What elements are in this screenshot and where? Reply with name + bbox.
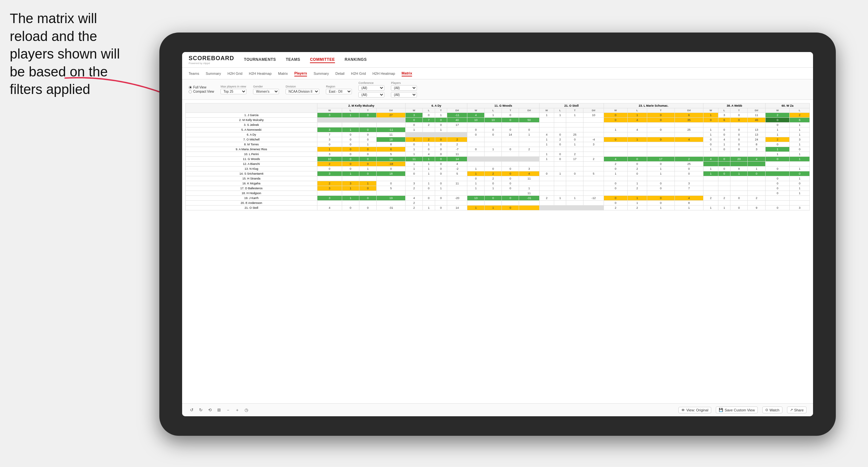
tablet-device: SCOREBOARD Powered by clippd TOURNAMENTS… — [159, 33, 836, 436]
nav-rankings[interactable]: RANKINGS — [345, 57, 367, 63]
conference-select2[interactable]: (All) — [359, 92, 384, 98]
table-row: 8. M Torres 0 0 1 8 0 1 0 2 1 — [186, 142, 810, 147]
table-row: 7. O Mitchell 3 0 0 18 2 2 0 2 1 — [186, 137, 810, 142]
subnav-h2h-grid[interactable]: H2H Grid — [227, 71, 242, 76]
table-row: 5. A Nomrowski 3 1 0 -11 1 1 0 0 0 0 — [186, 127, 810, 132]
subnav-summary[interactable]: Summary — [206, 71, 221, 76]
subnav-detail[interactable]: Detail — [335, 71, 344, 76]
gender-filter: Gender Women's Men's — [253, 85, 279, 94]
subnav-h2h-heatmap[interactable]: H2H Heatmap — [249, 71, 272, 76]
logo-subtitle: Powered by clippd — [189, 62, 234, 65]
conference-label: Conference — [359, 81, 384, 85]
eye-icon: 👁 — [681, 408, 685, 412]
division-filter: Division NCAA Division II NCAA Division … — [285, 85, 319, 94]
compact-view-option[interactable]: Compact View — [189, 90, 214, 93]
share-button[interactable]: ↗ Share — [787, 406, 807, 413]
row-header-empty — [186, 103, 317, 113]
table-row: 1. J Garcia 3 1 0 27 3 0 1 -11 4 1 0 1 — [186, 113, 810, 118]
clock-icon[interactable]: ◷ — [243, 407, 249, 413]
division-label: Division — [285, 85, 319, 88]
compact-view-radio[interactable] — [189, 90, 192, 93]
table-row: 11. G Woods 10 0 0 14 11 1 0 14 1 — [186, 157, 810, 162]
table-row: 16. K Mcgaha 2 3 1 0 3 1 0 11 1 0 0 — [186, 181, 810, 186]
subnav-h2h-grid2[interactable]: H2H Grid — [351, 71, 366, 76]
table-row: 9. A Maria Jimenez Rios 1 0 0 6 1 0 0 -7… — [186, 147, 810, 152]
zoom-minus-icon[interactable]: － — [225, 407, 231, 413]
table-row: 17. D Ballesteros 3 1 0 5 2 0 1 1 1 0 1 — [186, 186, 810, 191]
view-options: Full View Compact View — [189, 86, 214, 93]
col-header-woods: 11. G Woods — [467, 103, 539, 108]
region-label: Region — [326, 85, 352, 88]
save-icon: 💾 — [719, 408, 723, 412]
max-players-select[interactable]: Top 25 Top 50 — [220, 89, 247, 94]
subnav-summary2[interactable]: Summary — [313, 71, 329, 76]
redo-icon[interactable]: ↻ — [198, 407, 204, 413]
watch-button[interactable]: ⊙ Watch — [762, 406, 782, 413]
region-filter: Region East - DII (All) — [326, 85, 352, 94]
subnav-matrix[interactable]: Matrix — [278, 71, 288, 76]
table-row: 6. A Dy 7 0 0 11 0 0 14 1 4 — [186, 132, 810, 137]
table-row: 12. A Bianchi 2 0 0 -18 1 1 0 4 — [186, 162, 810, 166]
table-row: 13. N Klug 0 0 1 0 1 1 0 -2 1 0 0 3 — [186, 166, 810, 172]
col-header-ady: 6. A Dy — [406, 103, 467, 108]
logo-title: SCOREBOARD — [189, 55, 234, 62]
share-label: Share — [794, 408, 804, 412]
reset-icon[interactable]: ⟲ — [207, 407, 213, 413]
matrix-area[interactable]: 2. M Kelly Mulcahy 6. A Dy 11. G Woods 2… — [182, 100, 813, 403]
watch-label: Watch — [770, 408, 779, 412]
max-players-label: Max players in view — [220, 85, 247, 88]
conference-select[interactable]: (All) — [359, 85, 384, 91]
matrix-table: 2. M Kelly Mulcahy 6. A Dy 11. G Woods 2… — [185, 103, 810, 210]
subnav-teams[interactable]: Teams — [189, 71, 199, 76]
nav-bar: SCOREBOARD Powered by clippd TOURNAMENTS… — [182, 52, 813, 68]
zoom-plus-icon[interactable]: ＋ — [234, 407, 240, 413]
nav-items: TOURNAMENTS TEAMS COMMITTEE RANKINGS — [244, 57, 367, 63]
table-row: 10. L Perini 3 0 0 5 1 4 0 11 1 — [186, 152, 810, 157]
gender-label: Gender — [253, 85, 279, 88]
save-custom-view-button[interactable]: 💾 Save Custom View — [716, 406, 758, 413]
conference-filter: Conference (All) (All) — [359, 81, 384, 98]
table-row: 14. S Srichantamit 3 1 0 18 0 1 0 5 1 2 … — [186, 172, 810, 176]
full-view-radio[interactable] — [189, 86, 192, 89]
subnav-matrix2[interactable]: Matrix — [402, 70, 412, 76]
logo-area: SCOREBOARD Powered by clippd — [189, 55, 234, 65]
table-row: 21. O Stoll 4 0 0 -31 2 1 0 14 1 1 0 — [186, 206, 810, 210]
view-original-label: View: Original — [686, 408, 708, 412]
table-row: 15. H Stranda 0 2 0 11 — [186, 176, 810, 181]
subnav-h2h-heatmap2[interactable]: H2H Heatmap — [372, 71, 395, 76]
view-original-button[interactable]: 👁 View: Original — [678, 407, 711, 413]
undo-icon[interactable]: ↺ — [189, 407, 194, 413]
nav-teams[interactable]: TEAMS — [286, 57, 301, 63]
table-row: 20. E Andersson 2 — [186, 201, 810, 206]
sub-nav: Teams Summary H2H Grid H2H Heatmap Matri… — [182, 68, 813, 80]
players-label: Players — [391, 81, 417, 85]
full-view-option[interactable]: Full View — [189, 86, 214, 89]
gender-select[interactable]: Women's Men's — [253, 89, 279, 94]
table-row: 19. J Karrh 3 1 0 19 4 0 0 -20 13 0 0 -3… — [186, 196, 810, 201]
col-header-za: 60. W Za — [766, 103, 810, 108]
toolbar-right: 👁 View: Original 💾 Save Custom View ⊙ Wa… — [678, 406, 807, 413]
watch-icon: ⊙ — [765, 408, 768, 412]
tablet-screen: SCOREBOARD Powered by clippd TOURNAMENTS… — [182, 52, 813, 416]
table-row: 3. S Jelinek 0 2 0 17 — [186, 123, 810, 127]
players-select2[interactable]: (All) — [391, 92, 417, 98]
max-players-filter: Max players in view Top 25 Top 50 — [220, 85, 247, 94]
nav-committee[interactable]: COMMITTEE — [310, 57, 335, 63]
players-select[interactable]: (All) — [391, 85, 417, 91]
players-filter: Players (All) (All) — [391, 81, 417, 98]
col-header-stoll: 21. O Stoll — [539, 103, 603, 108]
save-custom-label: Save Custom View — [724, 408, 755, 412]
toolbar-left: ↺ ↻ ⟲ ⊞ － ＋ ◷ — [189, 407, 249, 413]
col-header-schumac: 23. L Marie Schumac. — [603, 103, 704, 108]
table-row: 2. M Kelly Mulcahy 0 7 0 40 10 10 0 50 — [186, 118, 810, 123]
table-row: 18. H Hodgson 11 — [186, 191, 810, 196]
col-header-webb: 38. A Webb — [704, 103, 766, 108]
filter-icon[interactable]: ⊞ — [216, 407, 222, 413]
division-select[interactable]: NCAA Division II NCAA Division I — [285, 89, 319, 94]
nav-tournaments[interactable]: TOURNAMENTS — [244, 57, 276, 63]
bottom-toolbar: ↺ ↻ ⟲ ⊞ － ＋ ◷ 👁 View: Original 💾 Save Cu… — [182, 403, 813, 416]
filters-row: Full View Compact View Max players in vi… — [182, 80, 813, 100]
subnav-players[interactable]: Players — [294, 70, 307, 76]
share-icon: ↗ — [790, 408, 793, 412]
region-select[interactable]: East - DII (All) — [326, 89, 352, 94]
